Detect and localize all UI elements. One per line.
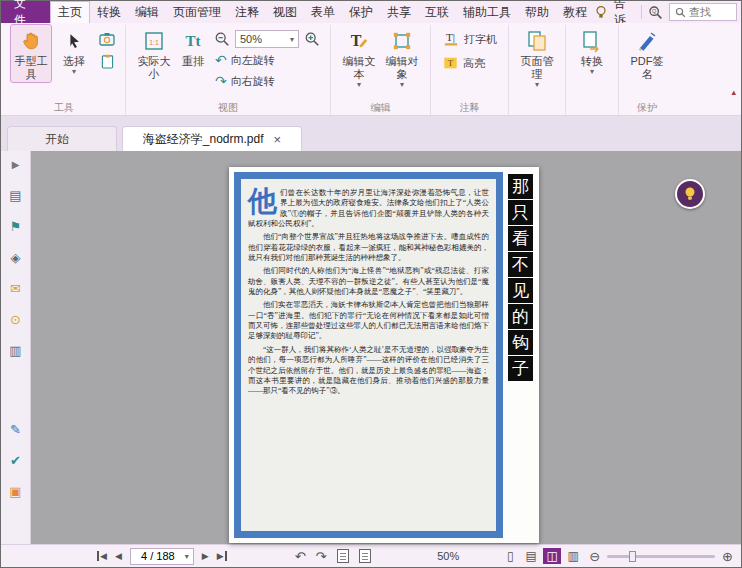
panel-expand-icon[interactable]: ▶ [7,156,24,173]
fit-page-button[interactable] [337,549,349,563]
zoom-out-button[interactable]: ⊖ [589,549,600,564]
chevron-down-icon[interactable]: ▾ [185,553,189,560]
zoom-slider-handle[interactable] [629,551,636,562]
attachments-icon[interactable]: ⊙ [7,311,24,328]
layers-icon[interactable]: ◈ [7,249,24,266]
first-page-button[interactable]: ◀ [97,551,107,561]
menu-tab-connect[interactable]: 互联 [418,1,456,23]
menu-tab-page-management[interactable]: 页面管理 [166,1,228,23]
zoom-out-button[interactable] [212,30,232,48]
edit-object-button[interactable]: 编辑对象 ▾ [382,25,422,89]
fit-width-button[interactable] [359,549,371,563]
pages-icon[interactable]: ▥ [7,342,24,359]
page-paragraph: 他们同时代的人称他们为“海上怪兽”“地狱恶狗”或“残忍法徒、打家劫舍、贩害人类、… [248,266,489,297]
tab-start[interactable]: 开始 [7,126,117,151]
group-label-convert [574,100,610,115]
menu-tab-protect[interactable]: 保护 [342,1,380,23]
bookmarks-icon[interactable]: ⚑ [7,218,24,235]
lock-icon[interactable]: ▣ [7,483,24,500]
menu-tab-form[interactable]: 表单 [304,1,342,23]
typewriter-button[interactable]: T| 打字机 [439,30,500,48]
assistant-lightbulb-button[interactable] [675,179,705,209]
page-thumbnails-icon[interactable]: ▤ [7,187,24,204]
menu-tab-edit[interactable]: 编辑 [128,1,166,23]
zoom-slider[interactable] [607,555,715,558]
tab-close-icon[interactable]: × [274,132,282,147]
snapshot-button[interactable] [97,30,117,48]
menu-tab-comment[interactable]: 注释 [228,1,266,23]
edit-text-label: 编辑文本 [341,55,377,81]
group-label-edit: 编辑 [339,100,422,115]
page-number-box: ▾ [130,548,194,565]
menu-tab-view[interactable]: 视图 [266,1,304,23]
highlight-button[interactable]: T 高亮 [439,54,488,72]
page-number-input[interactable] [135,550,181,562]
tools-small-buttons [97,25,117,70]
menu-tab-tutorial[interactable]: 教程 [556,1,594,23]
doc-tab-label: 开始 [45,131,69,148]
single-page-view-icon[interactable]: ▯ [501,548,519,564]
chevron-down-icon: ▾ [535,81,539,88]
rotate-left-button[interactable]: ↶ 向左旋转 [212,51,322,69]
pdf-sign-button[interactable]: PDF签名 [627,25,667,82]
file-menu-button[interactable]: 文件 [1,1,50,23]
signature-icon[interactable]: ✎ [7,421,24,438]
ribbon-group-comment: T| 打字机 T 高亮 注释 [430,25,508,115]
menubar: 文件 主页 转换 编辑 页面管理 注释 视图 表单 保护 共享 互联 [1,1,741,23]
find-input[interactable] [689,6,731,18]
page-management-label: 页面管理 [519,55,555,81]
continuous-view-icon[interactable]: ▤ [522,548,540,564]
previous-page-button[interactable]: ◀ [115,551,122,561]
title-char: 钩 [508,330,533,355]
highlight-icon: T [442,55,459,71]
menu-tab-home[interactable]: 主页 [50,1,90,23]
group-label-view: 视图 [134,100,322,115]
view-mode-group: ▯ ▤ ◫ ▥ [501,548,582,564]
pdf-page: 他们曾在长达数十年的岁月里让海洋深处弥漫着恐怖气息，让世界上最为强大的政府寝食难… [229,167,539,543]
title-char: 那 [508,174,533,199]
facing-view-icon[interactable]: ◫ [543,548,561,564]
next-page-button[interactable]: ▶ [202,551,209,561]
main-area: ▶ ▤ ⚑ ◈ ✉ ⊙ ▥ ✎ ✔ ▣ [1,151,741,544]
actual-size-button[interactable]: 1:1 实际大小 [134,25,174,82]
page-management-button[interactable]: 页面管理 ▾ [517,25,557,89]
convert-icon [580,29,604,53]
search-q-icon[interactable]: Q [648,4,663,20]
zoom-level-select[interactable]: 50% ▾ [235,30,299,48]
convert-button[interactable]: 转换 ▾ [574,25,610,76]
find-search-box[interactable] [669,3,737,21]
hand-tool-button[interactable]: 手型工具 [11,25,51,82]
ribbon-group-tools: 手型工具 选择 ▾ 工具 [3,25,125,115]
collapse-ribbon-icon[interactable]: ▴ [731,87,736,97]
menu-tab-accessibility[interactable]: 辅助工具 [456,1,518,23]
zoom-in-button[interactable]: ⊕ [722,549,733,564]
chevron-down-icon: ▾ [290,36,294,43]
assistant-bulb-icon[interactable] [594,4,608,20]
zoom-in-button[interactable] [302,30,322,48]
title-char: 的 [508,304,533,329]
menu-tab-convert[interactable]: 转换 [90,1,128,23]
select-tool-button[interactable]: 选择 ▾ [54,25,94,76]
reflow-button[interactable]: Tt 重排 [177,25,209,69]
chevron-down-icon: ▾ [400,81,404,88]
next-view-button[interactable]: ↷ [316,549,327,564]
menu-tab-share[interactable]: 共享 [380,1,418,23]
vertical-chapter-title: 那 只 看 不 见 的 钩 子 [508,174,534,381]
previous-view-button[interactable]: ↶ [295,549,306,564]
search-icon [675,7,686,18]
ribbon-group-edit: T 编辑文本 ▾ 编辑对象 ▾ 编辑 [330,25,430,115]
edit-object-label: 编辑对象 [384,55,420,81]
ribbon-group-pages: 页面管理 ▾ [508,25,565,115]
clipboard-button[interactable] [97,52,117,70]
security-icon[interactable]: ✔ [7,452,24,469]
last-page-button[interactable]: ▶ [217,551,227,561]
continuous-facing-view-icon[interactable]: ▥ [564,548,582,564]
rotate-right-icon: ↷ [215,73,227,89]
menu-tab-help[interactable]: 帮助 [518,1,556,23]
comments-icon[interactable]: ✉ [7,280,24,297]
rotate-right-button[interactable]: ↷ 向右旋转 [212,72,322,90]
page-paragraph: “这一群人，我们将其称作‘人类之耻’是不无道理的，以强取豪夺为生的他们，每一项恶… [248,345,489,397]
menu-tabs: 主页 转换 编辑 页面管理 注释 视图 表单 保护 共享 互联 辅助工具 [50,1,594,23]
edit-text-button[interactable]: T 编辑文本 ▾ [339,25,379,89]
tab-document[interactable]: 海盗经济学_nodrm.pdf × [122,126,302,151]
